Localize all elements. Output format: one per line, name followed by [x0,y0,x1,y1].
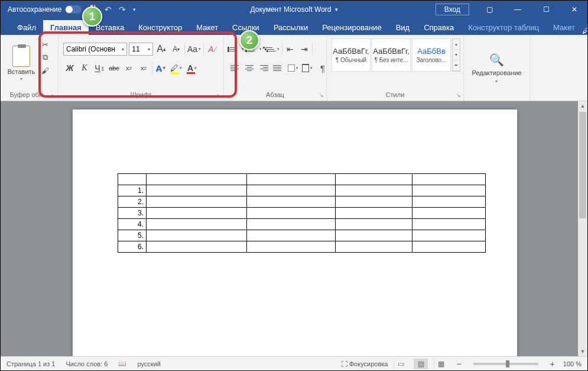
table-row: 2. [118,196,486,208]
table-row: 6. [118,241,486,253]
focus-mode[interactable]: ⛶ Фокусировка [341,360,388,367]
table-row [118,174,486,185]
maximize-button[interactable]: ☐ [533,1,559,18]
bold-button[interactable]: Ж [63,62,76,75]
align-right-button[interactable] [257,62,270,75]
group-paragraph: ⇤ ⇥ ¶ Абзац↘ [224,35,327,101]
table-row: 5. [118,230,486,241]
table-row: 1. [118,185,486,196]
zoom-in-button[interactable]: + [548,359,557,369]
search-icon: 🔍 [489,53,504,67]
share-icon[interactable]: 🖊 [582,25,588,35]
copy-icon[interactable]: ⧉ [40,53,50,62]
tab-design[interactable]: Конструктор [131,20,189,35]
outdent-button[interactable]: ⇤ [284,43,297,56]
align-left-button[interactable] [229,62,242,75]
text-effects-button[interactable]: A [154,62,167,75]
close-button[interactable]: ✕ [561,1,587,18]
paste-button[interactable]: Вставить ▾ [4,37,38,90]
scroll-up-icon[interactable]: ▲ [578,101,587,111]
multilevel-button[interactable] [264,43,281,56]
view-web-icon[interactable]: ▦ [434,359,448,369]
styles-label: Стили [386,91,405,98]
tab-layout[interactable]: Макет [189,20,225,35]
font-color-button[interactable]: A [185,62,199,75]
group-styles: АаБбВвГг,¶ Обычный АаБбВвГг,¶ Без инте..… [327,35,464,101]
login-button[interactable]: Вход [436,4,469,15]
scroll-thumb[interactable] [579,112,586,218]
strike-button[interactable]: abc [108,62,121,75]
view-print-icon[interactable]: ▤ [414,359,428,369]
autosave-toggle[interactable] [65,5,82,14]
font-size-combo[interactable]: 11▾ [129,43,153,56]
cut-icon[interactable]: ✂ [40,40,50,49]
ribbon-options-icon[interactable]: ▢ [476,1,502,18]
view-read-icon[interactable]: ▭ [394,359,408,369]
clipboard-icon [12,46,30,67]
tab-table-layout[interactable]: Макет [546,20,582,35]
font-launcher[interactable]: ↘ [216,92,221,98]
vertical-scrollbar[interactable]: ▲ ▼ [578,101,587,356]
styles-launcher[interactable]: ↘ [456,92,461,98]
shading-button[interactable] [287,62,300,75]
group-font: Calibri (Основн▾ 11▾ A▴ A▾ Aa A⧸ Ж К Ч a… [59,35,224,101]
tab-help[interactable]: Справка [417,20,461,35]
tab-mailings[interactable]: Рассылки [267,20,315,35]
underline-button[interactable]: Ч [93,62,106,75]
tab-review[interactable]: Рецензирование [315,20,388,35]
table-row: 4. [118,219,486,230]
document-title[interactable]: Документ Microsoft Word ▾ [250,5,337,14]
status-page[interactable]: Страница 1 из 1 [7,360,55,367]
table-row: 3. [118,208,486,219]
status-bar: Страница 1 из 1 Число слов: 6 📖 русский … [1,356,587,370]
page[interactable]: 1. 2. 3. 4. 5. 6. [73,109,517,356]
style-nospacing[interactable]: АаБбВвГг,¶ Без инте... [372,38,411,72]
tab-table-design[interactable]: Конструктор таблиц [461,20,546,35]
change-case-button[interactable]: Aa [187,43,202,56]
superscript-button[interactable]: x2 [137,62,150,75]
zoom-slider[interactable] [473,363,538,365]
shrink-font-button[interactable]: A▾ [170,43,183,56]
chevron-down-icon: ▾ [335,7,338,12]
paragraph-launcher[interactable]: ↘ [319,92,324,98]
paragraph-label: Абзац [266,91,284,98]
status-words[interactable]: Число слов: 6 [66,360,108,367]
format-painter-icon[interactable]: 🖌 [40,66,50,75]
undo-icon[interactable]: ↶ [105,5,112,14]
zoom-out-button[interactable]: − [454,359,463,369]
style-normal[interactable]: АаБбВвГг,¶ Обычный [332,38,371,72]
clipboard-launcher[interactable]: ↘ [51,92,56,98]
editing-button[interactable]: 🔍 Редактирование ▾ [472,53,522,84]
document-table[interactable]: 1. 2. 3. 4. 5. 6. [118,173,486,253]
subscript-button[interactable]: x2 [122,62,135,75]
minimize-button[interactable]: — [505,1,531,18]
font-name-combo[interactable]: Calibri (Основн▾ [63,43,127,56]
clear-format-button[interactable]: A⧸ [206,43,219,56]
tab-view[interactable]: Вид [389,20,417,35]
styles-gallery: АаБбВвГг,¶ Обычный АаБбВвГг,¶ Без инте..… [330,37,462,73]
annotation-marker-2: 2 [239,30,259,50]
clipboard-label: Буфер обм... [10,91,49,98]
zoom-level[interactable]: 100 % [563,360,581,367]
font-label: Шрифт [130,91,151,98]
scroll-down-icon[interactable]: ▼ [578,347,587,356]
italic-button[interactable]: К [78,62,91,75]
qat-dropdown-icon[interactable]: ▾ [133,7,136,12]
justify-button[interactable] [271,62,284,75]
borders-button[interactable] [301,62,314,75]
indent-button[interactable]: ⇥ [298,43,311,56]
style-heading[interactable]: АаБбВвЗаголово... [412,38,451,72]
redo-icon[interactable]: ↷ [119,5,126,14]
style-gallery-scroll[interactable]: ▴▾⏷ [452,38,460,72]
highlight-button[interactable]: 🖊 [169,62,183,75]
align-center-button[interactable] [243,62,256,75]
document-area: 1. 2. 3. 4. 5. 6. ▲ ▼ [1,101,587,356]
ribbon: Вставить ▾ ✂ ⧉ 🖌 Буфер обм...↘ Calibri (… [1,35,587,101]
autosave-label: Автосохранение [8,5,61,14]
status-spellcheck-icon[interactable]: 📖 [118,360,126,367]
tab-file[interactable]: Файл [10,20,43,35]
status-language[interactable]: русский [137,360,160,367]
annotation-marker-1: 1 [82,7,102,27]
tab-home[interactable]: Главная [43,20,89,35]
grow-font-button[interactable]: A▴ [155,43,168,56]
